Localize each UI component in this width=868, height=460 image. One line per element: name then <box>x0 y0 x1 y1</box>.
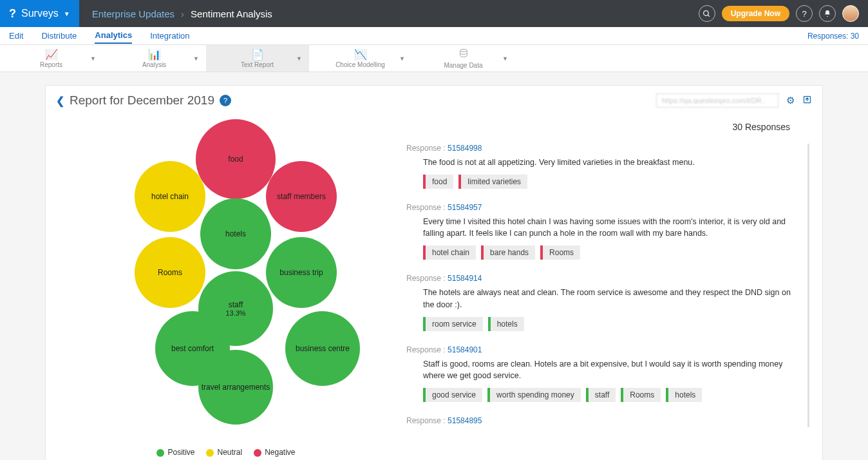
tool-text-report[interactable]: 📄 Text Report ▼ <box>206 45 309 72</box>
response-count-label: Responses: 30 <box>807 32 859 41</box>
response-text: The hotels are always neat and clean. Th… <box>423 287 795 310</box>
nav-edit[interactable]: Edit <box>9 28 23 43</box>
response-item: Response : 51584901Staff is good, rooms … <box>406 345 795 402</box>
bell-icon[interactable] <box>819 5 836 22</box>
svg-line-1 <box>708 15 710 17</box>
response-tags: good serviceworth spending moneystaffRoo… <box>423 388 795 402</box>
brand-switcher[interactable]: ? Surveys ▼ <box>0 0 79 27</box>
bubble-business-trip[interactable]: business trip <box>266 237 337 308</box>
tag-food[interactable]: food <box>423 175 453 189</box>
help-tooltip-icon[interactable]: ? <box>220 95 231 106</box>
page: ❮ Report for December 2019 ? ⚙ foodstaff… <box>0 72 868 460</box>
nav-analytics[interactable]: Analytics <box>95 28 132 44</box>
secondary-nav: Edit Distribute Analytics Integration Re… <box>0 27 868 45</box>
response-id-line: Response : 51584901 <box>406 345 795 354</box>
text-report-icon: 📄 <box>251 48 264 61</box>
response-item: Response : 51584998The food is not at al… <box>406 144 795 189</box>
bubble-travel-arrangements[interactable]: travel arrangements <box>198 350 273 425</box>
gear-icon[interactable]: ⚙ <box>786 95 795 106</box>
tool-choice-modelling[interactable]: 📉 Choice Modelling ▼ <box>309 45 412 72</box>
breadcrumb-parent[interactable]: Enterprise Updates <box>92 8 175 19</box>
tag-hotel-chain[interactable]: hotel chain <box>423 245 476 260</box>
response-text: The food is not at all appetizing. Very … <box>423 157 795 168</box>
nav-integration[interactable]: Integration <box>150 28 189 43</box>
share-url-input[interactable] <box>656 93 778 108</box>
response-item: Response : 51584957Every time I visited … <box>406 203 795 260</box>
export-icon[interactable] <box>802 95 812 106</box>
response-id-line: Response : 51584914 <box>406 274 795 283</box>
back-button[interactable]: ❮ <box>56 95 64 107</box>
caret-down-icon: ▼ <box>64 10 70 17</box>
response-text: Every time I visited this hotel chain I … <box>423 216 795 239</box>
caret-down-icon: ▼ <box>502 55 508 62</box>
breadcrumb-current: Sentiment Analysis <box>191 8 272 19</box>
toolbar: 📈 Reports ▼ 📊 Analysis ▼ 📄 Text Report ▼… <box>0 45 868 72</box>
response-id-link[interactable]: 51584914 <box>448 274 482 283</box>
response-tags: room servicehotels <box>423 317 795 331</box>
card-body: foodstaff membershotel chainhotelsRoomsb… <box>46 115 822 460</box>
avatar[interactable] <box>842 5 859 22</box>
legend-negative: Negative <box>254 448 295 457</box>
tag-limited-varieties[interactable]: limited varieties <box>458 175 527 189</box>
responses-panel: 30 Responses Response : 51584998The food… <box>406 122 809 457</box>
bubble-business-centre[interactable]: business centre <box>285 311 360 386</box>
tag-bare-hands[interactable]: bare hands <box>481 245 535 260</box>
caret-down-icon: ▼ <box>296 55 302 62</box>
tool-analysis[interactable]: 📊 Analysis ▼ <box>103 45 206 72</box>
caret-down-icon: ▼ <box>90 55 96 62</box>
response-tags: foodlimited varieties <box>423 175 795 189</box>
caret-down-icon: ▼ <box>399 55 405 62</box>
response-item: Response : 51584895 <box>406 416 795 425</box>
bubble-label: hotel chain <box>151 192 189 201</box>
legend-positive: Positive <box>156 448 194 457</box>
bubble-hotels[interactable]: hotels <box>200 198 271 269</box>
tag-good-service[interactable]: good service <box>423 388 482 402</box>
legend: Positive Neutral Negative <box>59 448 393 457</box>
bubble-label: Rooms <box>158 268 182 277</box>
response-id-link[interactable]: 51584901 <box>448 345 482 354</box>
topbar: ? Surveys ▼ Enterprise Updates › Sentime… <box>0 0 868 27</box>
help-icon[interactable]: ? <box>796 5 813 22</box>
tool-label: Analysis <box>142 61 166 68</box>
search-icon[interactable] <box>699 5 715 22</box>
bubble-label: business trip <box>279 268 323 277</box>
tag-room-service[interactable]: room service <box>423 317 483 331</box>
tag-hotels[interactable]: hotels <box>488 317 524 331</box>
report-card: ❮ Report for December 2019 ? ⚙ foodstaff… <box>45 85 823 460</box>
bubble-staff-members[interactable]: staff members <box>266 161 337 232</box>
topbar-right: Upgrade Now ? <box>699 5 868 22</box>
response-id-link[interactable]: 51584957 <box>448 203 482 212</box>
header-actions: ⚙ <box>656 93 812 108</box>
response-id-link[interactable]: 51584998 <box>448 144 482 153</box>
bubble-hotel-chain[interactable]: hotel chain <box>135 161 205 232</box>
tool-label: Manage Data <box>444 62 482 69</box>
responses-count: 30 Responses <box>406 122 809 132</box>
tag-staff[interactable]: staff <box>586 388 616 402</box>
dot-icon <box>156 449 164 457</box>
tag-Rooms[interactable]: Rooms <box>621 388 661 402</box>
response-id-link[interactable]: 51584895 <box>448 416 482 425</box>
database-icon <box>458 48 469 61</box>
bubble-chart: foodstaff membershotel chainhotelsRoomsb… <box>59 122 393 444</box>
bubble-food[interactable]: food <box>196 119 276 199</box>
tool-label: Text Report <box>241 61 274 68</box>
brand-logo-icon: ? <box>9 7 16 21</box>
response-tags: hotel chainbare handsRooms <box>423 245 795 260</box>
bubble-label: business centre <box>296 344 350 353</box>
tool-manage-data[interactable]: Manage Data ▼ <box>412 45 515 72</box>
card-header: ❮ Report for December 2019 ? ⚙ <box>46 86 822 115</box>
brand-label: Surveys <box>21 8 59 19</box>
tool-reports[interactable]: 📈 Reports ▼ <box>0 45 103 72</box>
bubble-label: best comfort <box>171 344 214 353</box>
bubble-Rooms[interactable]: Rooms <box>135 237 205 308</box>
tag-Rooms[interactable]: Rooms <box>540 245 580 260</box>
bubble-chart-panel: foodstaff membershotel chainhotelsRoomsb… <box>59 122 393 457</box>
tag-hotels[interactable]: hotels <box>666 388 702 402</box>
upgrade-button[interactable]: Upgrade Now <box>722 6 789 21</box>
responses-scroll[interactable]: Response : 51584998The food is not at al… <box>406 144 809 427</box>
tag-worth-spending-money[interactable]: worth spending money <box>487 388 581 402</box>
bubble-label: food <box>228 155 243 164</box>
bubble-label: travel arrangements <box>202 383 270 392</box>
chevron-right-icon: › <box>181 8 184 19</box>
nav-distribute[interactable]: Distribute <box>41 28 77 43</box>
